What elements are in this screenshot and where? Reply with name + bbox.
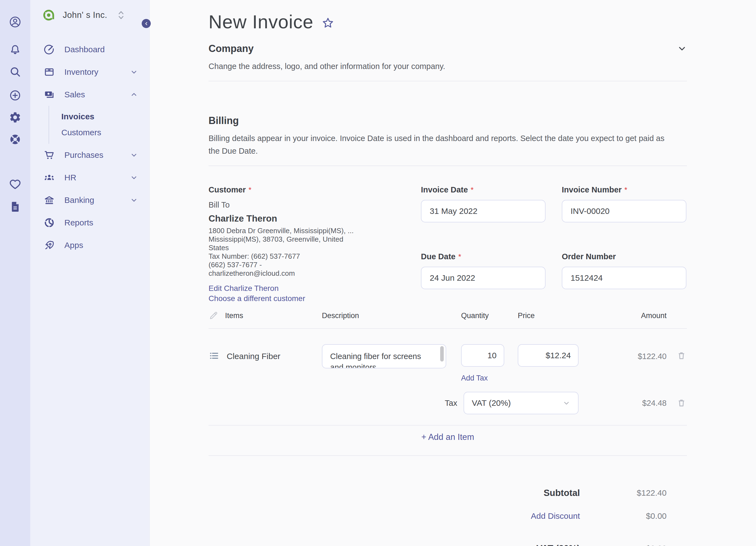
sidebar-item-label: Customers — [61, 128, 101, 137]
sidebar-item-invoices[interactable]: Invoices — [49, 109, 149, 125]
invoice-fields: Invoice Date* Invoice Number* Due Date* … — [421, 185, 686, 303]
support-lifebuoy-icon[interactable] — [9, 133, 21, 146]
sidebar-item-label: Invoices — [61, 112, 94, 121]
sidebar-item-sales[interactable]: Sales — [30, 83, 149, 106]
due-date-input[interactable] — [421, 267, 546, 289]
divider — [209, 455, 687, 456]
customer-block: Customer* Bill To Charlize Theron 1800 D… — [209, 185, 421, 303]
sidebar-item-banking[interactable]: Banking — [30, 189, 149, 212]
billing-section: Billing Billing details appear in your i… — [209, 115, 687, 166]
sidebar-item-hr[interactable]: HR — [30, 166, 149, 189]
add-tax-link[interactable]: Add Tax — [461, 374, 488, 382]
favorites-heart-icon[interactable] — [9, 178, 21, 191]
choose-different-customer-link[interactable]: Choose a different customer — [209, 293, 421, 303]
sidebar-item-label: Sales — [64, 90, 85, 99]
sales-money-icon — [43, 89, 55, 100]
sidebar: John' s Inc. Dashboard — [30, 0, 150, 546]
sales-submenu: Invoices Customers — [48, 106, 149, 144]
invoice-number-label: Invoice Number — [562, 185, 622, 194]
settings-gear-icon[interactable] — [9, 111, 21, 124]
chevron-down-icon — [130, 68, 138, 76]
purchases-cart-icon — [43, 149, 55, 161]
icon-rail — [0, 0, 30, 546]
add-discount-link[interactable]: Add Discount — [531, 511, 580, 521]
chevron-down-icon — [130, 151, 138, 159]
items-column-header: Items — [225, 311, 243, 320]
subtotal-label: Subtotal — [209, 488, 580, 498]
tax-row: Tax VAT (20%) $24.48 — [209, 392, 687, 414]
item-quantity-input[interactable] — [461, 344, 504, 367]
divider — [209, 166, 687, 166]
sidebar-item-apps[interactable]: Apps — [30, 234, 149, 257]
hr-people-icon — [43, 172, 55, 183]
profile-icon[interactable] — [9, 16, 21, 28]
discount-value: $0.00 — [580, 511, 667, 521]
billing-section-title: Billing — [209, 115, 687, 127]
drag-handle-icon[interactable] — [209, 350, 220, 361]
customer-phone: (662) 537-7677 - — [209, 261, 421, 269]
tax-select-value: VAT (20%) — [472, 398, 511, 408]
edit-pencil-icon — [209, 311, 218, 320]
billing-section-description: Billing details appear in your invoice. … — [209, 132, 665, 157]
sidebar-item-purchases[interactable]: Purchases — [30, 144, 149, 166]
divider — [209, 81, 687, 81]
favorite-star-icon[interactable] — [322, 17, 334, 29]
customer-tax-number: Tax Number: (662) 537-7677 — [209, 252, 421, 261]
customer-address-line: 1800 Debra Dr Greenville, Mississippi(MS… — [209, 227, 421, 235]
delete-item-trash-icon[interactable] — [676, 350, 687, 361]
documents-icon[interactable] — [9, 201, 21, 213]
sidebar-item-reports[interactable]: Reports — [30, 212, 149, 234]
invoice-number-field: Invoice Number* — [562, 185, 686, 237]
company-switch-chevrons-icon[interactable] — [117, 10, 125, 20]
add-item-button[interactable]: + Add an Item — [421, 432, 474, 442]
notifications-bell-icon[interactable] — [9, 43, 21, 56]
required-marker: * — [624, 186, 628, 194]
item-description-input[interactable]: Cleaning fiber for screens and monitors — [322, 344, 446, 368]
sidebar-item-label: Purchases — [64, 150, 103, 160]
subtotal-row: Subtotal $122.40 — [209, 488, 687, 498]
order-number-label: Order Number — [562, 252, 616, 261]
sidebar-collapse-button[interactable] — [142, 19, 151, 28]
main-content: New Invoice Company Change the address, … — [150, 0, 756, 546]
customer-email: charlizetheron@icloud.com — [209, 269, 421, 278]
page-title: New Invoice — [209, 11, 313, 32]
chevron-down-icon — [563, 399, 570, 407]
sidebar-item-customers[interactable]: Customers — [49, 125, 149, 141]
customer-address-line: Mississippi(MS), 38703, Greenville, Unit… — [209, 235, 421, 244]
order-number-field: Order Number — [562, 252, 686, 303]
tax-amount: $24.48 — [579, 399, 667, 408]
chevron-up-icon — [130, 91, 138, 98]
quantity-column-header: Quantity — [461, 311, 518, 320]
vat-label: VAT (20%) — [209, 543, 580, 546]
price-column-header: Price — [518, 311, 579, 320]
item-price-input[interactable] — [518, 344, 579, 367]
invoice-number-input[interactable] — [562, 200, 686, 223]
description-column-header: Description — [322, 311, 461, 320]
customer-details: 1800 Debra Dr Greenville, Mississippi(MS… — [209, 227, 421, 278]
vat-row: VAT (20%) $0.00 — [209, 543, 687, 546]
search-icon[interactable] — [9, 65, 21, 78]
totals-section: Subtotal $122.40 Add Discount $0.00 VAT … — [209, 488, 687, 546]
company-section-description: Change the address, logo, and other info… — [209, 60, 665, 73]
customer-name: Charlize Theron — [209, 213, 421, 224]
chevron-down-icon — [130, 174, 138, 182]
tax-select[interactable]: VAT (20%) — [464, 392, 579, 414]
required-marker: * — [471, 186, 474, 194]
sidebar-item-label: Banking — [64, 196, 94, 205]
inventory-box-icon — [43, 66, 55, 78]
create-plus-icon[interactable] — [9, 89, 21, 102]
sidebar-item-dashboard[interactable]: Dashboard — [30, 38, 149, 61]
order-number-input[interactable] — [562, 267, 686, 289]
apps-rocket-icon — [43, 240, 55, 251]
sidebar-item-label: Inventory — [64, 67, 98, 77]
company-switcher[interactable]: John' s Inc. — [30, 0, 149, 30]
company-collapse-chevron-icon[interactable] — [677, 44, 687, 54]
sidebar-item-inventory[interactable]: Inventory — [30, 61, 149, 83]
required-marker: * — [248, 186, 251, 194]
edit-customer-link[interactable]: Edit Charlize Theron — [209, 283, 421, 293]
delete-tax-trash-icon[interactable] — [676, 397, 687, 408]
amount-column-header: Amount — [579, 311, 667, 320]
textarea-scrollbar-thumb[interactable] — [440, 346, 444, 361]
company-logo-icon — [42, 8, 56, 22]
invoice-date-input[interactable] — [421, 200, 546, 223]
